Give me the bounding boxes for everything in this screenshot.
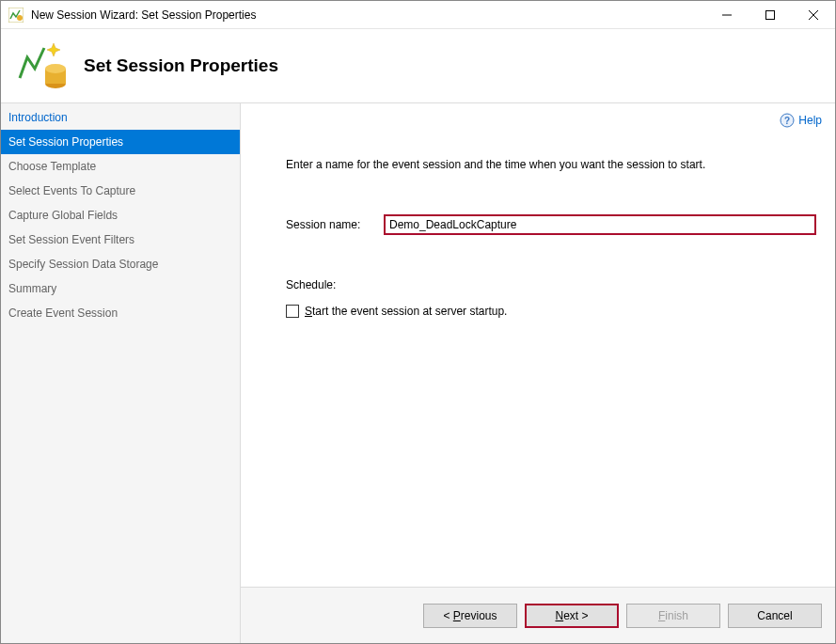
button-bar: < Previous Next > Finish Cancel [241, 587, 835, 643]
sidebar-item-set-event-filters: Set Session Event Filters [1, 228, 240, 252]
svg-rect-0 [8, 8, 24, 23]
svg-text:?: ? [784, 116, 790, 126]
sidebar-item-introduction[interactable]: Introduction [1, 105, 240, 130]
startup-checkbox-row: Start the event session at server startu… [286, 305, 818, 318]
close-button[interactable] [792, 1, 835, 28]
startup-checkbox[interactable] [286, 305, 299, 318]
sidebar-item-select-events: Select Events To Capture [1, 179, 240, 203]
minimize-button[interactable] [705, 1, 749, 28]
session-name-row: Session name: [286, 214, 818, 235]
wizard-steps-sidebar: Introduction Set Session Properties Choo… [1, 102, 241, 643]
help-link[interactable]: ? Help [780, 113, 822, 128]
window-controls [705, 1, 835, 28]
instruction-text: Enter a name for the event session and t… [286, 158, 818, 171]
startup-checkbox-label: Start the event session at server startu… [305, 305, 507, 318]
sidebar-item-choose-template: Choose Template [1, 154, 240, 179]
page-title: Set Session Properties [84, 55, 278, 76]
help-row: ? Help [241, 103, 835, 128]
body: Introduction Set Session Properties Choo… [1, 102, 835, 643]
sidebar-item-capture-global-fields: Capture Global Fields [1, 203, 240, 228]
wizard-header: Set Session Properties [1, 29, 835, 102]
session-name-label: Session name: [286, 218, 384, 231]
next-button[interactable]: Next > [525, 604, 619, 628]
session-name-input[interactable] [384, 214, 816, 235]
app-icon [8, 8, 24, 23]
svg-rect-3 [766, 10, 775, 19]
sidebar-item-create-session: Create Event Session [1, 301, 240, 325]
sidebar-item-data-storage: Specify Session Data Storage [1, 252, 240, 276]
finish-button: Finish [626, 604, 720, 628]
help-icon: ? [780, 113, 795, 128]
sidebar-item-summary: Summary [1, 276, 240, 301]
sidebar-item-set-session-properties[interactable]: Set Session Properties [1, 130, 240, 154]
cancel-button[interactable]: Cancel [728, 604, 822, 628]
titlebar: New Session Wizard: Set Session Properti… [1, 1, 835, 29]
schedule-label: Schedule: [286, 278, 818, 291]
maximize-button[interactable] [749, 1, 792, 28]
svg-point-1 [17, 15, 23, 21]
previous-button[interactable]: < Previous [423, 604, 517, 628]
main-form: Enter a name for the event session and t… [241, 128, 835, 587]
wizard-header-icon [16, 40, 67, 91]
help-label: Help [798, 114, 822, 127]
window-title: New Session Wizard: Set Session Properti… [31, 8, 705, 22]
svg-point-8 [45, 64, 66, 73]
content-pane: ? Help Enter a name for the event sessio… [241, 102, 835, 643]
